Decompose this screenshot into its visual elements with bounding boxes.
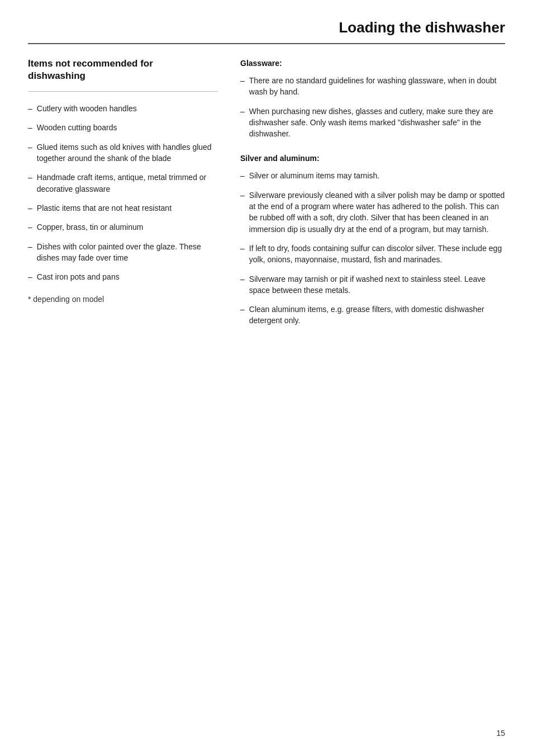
silver-heading: Silver and aluminum: — [240, 153, 505, 164]
list-item: –Plastic items that are not heat resista… — [28, 202, 218, 214]
dash-icon: – — [28, 221, 32, 233]
glassware-section: Glassware: –There are no standard guidel… — [240, 58, 505, 139]
section-divider — [28, 91, 218, 92]
right-column: Glassware: –There are no standard guidel… — [240, 58, 505, 340]
dash-icon: – — [28, 241, 32, 252]
dash-icon: – — [28, 172, 32, 183]
dash-icon: – — [240, 273, 245, 285]
silver-list: –Silver or aluminum items may tarnish.–S… — [240, 170, 505, 326]
list-item: –Handmade craft items, antique, metal tr… — [28, 172, 218, 195]
list-item: –When purchasing new dishes, glasses and… — [240, 106, 505, 140]
footnote: * depending on model — [28, 294, 218, 305]
left-section-heading: Items not recommended for dishwashing — [28, 58, 218, 82]
page-header: Loading the dishwasher — [28, 17, 505, 44]
list-item: –Dishes with color painted over the glaz… — [28, 241, 218, 264]
list-item: –Wooden cutting boards — [28, 122, 218, 133]
list-item: –There are no standard guidelines for wa… — [240, 75, 505, 98]
silver-section: Silver and aluminum: –Silver or aluminum… — [240, 153, 505, 326]
dash-icon: – — [28, 103, 32, 114]
dash-icon: – — [240, 170, 245, 181]
dash-icon: – — [240, 75, 245, 86]
page-number: 15 — [496, 727, 505, 739]
list-item: –Silverware previously cleaned with a si… — [240, 190, 505, 235]
dash-icon: – — [28, 122, 32, 133]
list-item: –Silverware may tarnish or pit if washed… — [240, 273, 505, 296]
page-title: Loading the dishwasher — [339, 19, 505, 36]
dash-icon: – — [240, 106, 245, 117]
dash-icon: – — [28, 271, 32, 282]
list-item: –Copper, brass, tin or aluminum — [28, 221, 218, 233]
dash-icon: – — [240, 243, 245, 254]
dash-icon: – — [28, 202, 32, 214]
list-item: –Glued items such as old knives with han… — [28, 141, 218, 164]
left-column: Items not recommended for dishwashing –C… — [28, 58, 218, 340]
list-item: –Cutlery with wooden handles — [28, 103, 218, 114]
main-content: Items not recommended for dishwashing –C… — [28, 58, 505, 340]
glassware-heading: Glassware: — [240, 58, 505, 69]
list-item: –Clean aluminum items, e.g. grease filte… — [240, 304, 505, 327]
dash-icon: – — [28, 141, 32, 153]
dash-icon: – — [240, 190, 245, 201]
list-item: –Cast iron pots and pans — [28, 271, 218, 282]
glassware-list: –There are no standard guidelines for wa… — [240, 75, 505, 139]
not-recommended-list: –Cutlery with wooden handles–Wooden cutt… — [28, 103, 218, 282]
list-item: –Silver or aluminum items may tarnish. — [240, 170, 505, 181]
dash-icon: – — [240, 304, 245, 315]
list-item: –If left to dry, foods containing sulfur… — [240, 243, 505, 266]
